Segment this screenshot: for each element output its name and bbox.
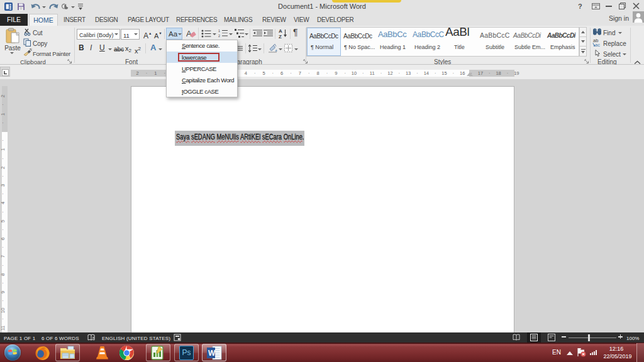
svg-text:W: W bbox=[208, 349, 216, 358]
svg-text:A: A bbox=[279, 28, 282, 34]
svg-text:Z: Z bbox=[279, 34, 282, 38]
svg-text:1: 1 bbox=[218, 29, 220, 33]
svg-text:2: 2 bbox=[218, 34, 220, 38]
svg-text:A: A bbox=[186, 29, 192, 38]
